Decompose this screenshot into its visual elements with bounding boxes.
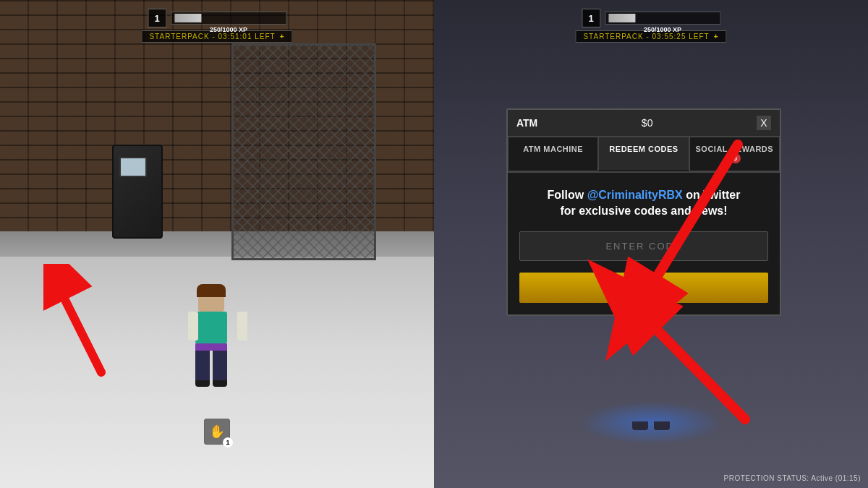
atm-modal: ATM $0 X ATM MACHINE REDEEM CODES SOCIAL… bbox=[506, 108, 781, 316]
left-panel: 1 250/1000 XP STARTERPACK - 03:51:01 LEF… bbox=[0, 0, 434, 488]
hand-slot-badge: 1 bbox=[223, 437, 233, 448]
character-head bbox=[198, 288, 224, 312]
atm-modal-title: ATM bbox=[516, 117, 537, 129]
code-input[interactable] bbox=[519, 231, 768, 261]
right-xp-text: 250/1000 XP bbox=[605, 26, 720, 33]
social-rewards-badge: 3 bbox=[731, 153, 741, 163]
promo-text: Follow @CriminalityRBX on Twitter for ex… bbox=[519, 187, 768, 220]
xp-text: 250/1000 XP bbox=[171, 26, 286, 33]
scene-atm-object bbox=[112, 145, 163, 239]
atm-close-button[interactable]: X bbox=[757, 116, 771, 130]
right-level-xp-row: 1 250/1000 XP bbox=[582, 9, 720, 27]
character-feet-right bbox=[632, 421, 670, 430]
atm-screen bbox=[119, 157, 147, 177]
tab-redeem-codes[interactable]: REDEEM CODES bbox=[598, 137, 689, 171]
level-xp-row: 1 250/1000 XP bbox=[148, 9, 286, 27]
character-leg-left bbox=[195, 351, 210, 383]
atm-tabs: ATM MACHINE REDEEM CODES SOCIAL REWARDS … bbox=[508, 137, 780, 173]
character-arm-left bbox=[188, 312, 198, 341]
atm-modal-header: ATM $0 X bbox=[508, 110, 780, 137]
right-level-badge: 1 bbox=[582, 9, 600, 27]
character-shoe-left bbox=[195, 380, 210, 387]
hud-right: 1 250/1000 XP STARTERPACK - 03:55:25 LEF… bbox=[575, 9, 726, 43]
hud-left: 1 250/1000 XP STARTERPACK - 03:51:01 LEF… bbox=[141, 9, 292, 43]
atm-body bbox=[112, 145, 163, 239]
player-character bbox=[195, 288, 227, 387]
character-hair bbox=[197, 284, 226, 297]
right-xp-bar-container bbox=[605, 12, 720, 25]
xp-bar-fill bbox=[174, 14, 202, 22]
right-shoe-right bbox=[654, 421, 670, 430]
svg-line-1 bbox=[65, 300, 101, 372]
tab-atm-machine[interactable]: ATM MACHINE bbox=[508, 137, 598, 171]
xp-bar-container bbox=[171, 12, 286, 25]
character-belt bbox=[195, 343, 227, 351]
right-xp-bar-wrapper: 250/1000 XP bbox=[605, 12, 720, 25]
right-panel: 1 250/1000 XP STARTERPACK - 03:55:25 LEF… bbox=[434, 0, 868, 488]
character-arm-right bbox=[237, 312, 247, 341]
atm-modal-balance: $0 bbox=[642, 117, 653, 129]
character-arms bbox=[188, 312, 247, 341]
chain-fence bbox=[231, 43, 376, 260]
level-badge: 1 bbox=[148, 9, 166, 27]
character-leg-right bbox=[213, 351, 227, 383]
character-shoe-right bbox=[213, 380, 227, 387]
xp-bar-wrapper: 250/1000 XP bbox=[171, 12, 286, 25]
arrow-left bbox=[43, 264, 174, 380]
promo-handle: @CriminalityRBX bbox=[587, 189, 683, 201]
character-legs bbox=[195, 351, 227, 387]
atm-modal-body: Follow @CriminalityRBX on Twitter for ex… bbox=[508, 173, 780, 314]
right-xp-bar-fill bbox=[608, 14, 636, 22]
right-shoe-left bbox=[632, 421, 648, 430]
redeem-button[interactable]: REDEEM bbox=[519, 273, 768, 303]
protection-status: PROTECTION STATUS: Active (01:15) bbox=[724, 474, 861, 482]
tab-social-rewards[interactable]: SOCIAL REWARDS 3 bbox=[689, 137, 780, 171]
